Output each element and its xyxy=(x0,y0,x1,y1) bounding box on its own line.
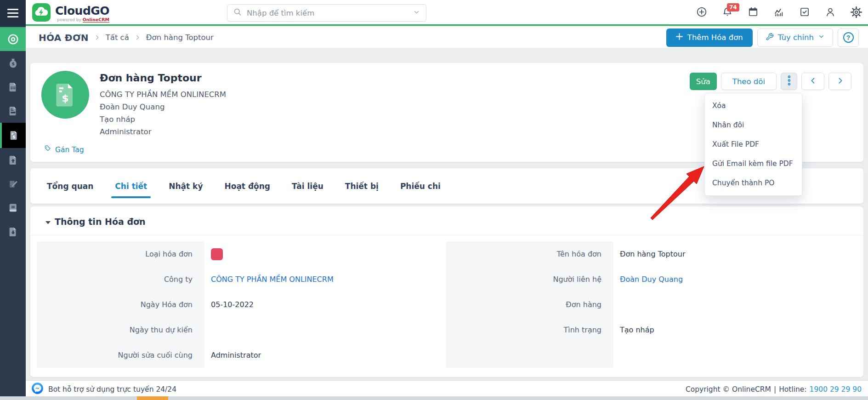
book-icon xyxy=(8,203,18,213)
user-icon xyxy=(825,6,836,19)
file-download-icon xyxy=(8,227,18,237)
chevron-down-icon xyxy=(818,33,825,42)
previous-record-button[interactable] xyxy=(801,73,824,90)
topbar-icons: 74 xyxy=(696,0,862,26)
tab-5[interactable]: Thiết bị xyxy=(345,182,379,191)
notification-badge: 74 xyxy=(727,3,739,11)
field-label: Tình trạng xyxy=(446,326,613,334)
brand-powered-by: powered by OnlineCRM xyxy=(57,17,109,22)
plus-icon xyxy=(676,33,683,42)
detail-row: Tình trạngTạo nháp xyxy=(446,317,857,343)
menu-item-2[interactable]: Xuất File PDF xyxy=(705,135,802,154)
detail-row: Công tyCÔNG TY PHẦN MỀM ONLINECRM xyxy=(37,267,444,292)
next-record-button[interactable] xyxy=(828,73,851,90)
target-icon xyxy=(7,33,19,46)
tab-6[interactable]: Phiếu chi xyxy=(400,182,441,191)
money-bag-icon: $ xyxy=(8,58,18,69)
details-pane-left: Loại hóa đơnCông tyCÔNG TY PHẦN MỀM ONLI… xyxy=(37,241,444,368)
assign-tag-button[interactable]: Gán Tag xyxy=(44,145,84,154)
tab-0[interactable]: Tổng quan xyxy=(47,182,93,191)
chart-button[interactable] xyxy=(773,7,784,18)
sidebar-item-money-bag[interactable]: $ xyxy=(0,51,26,75)
chevron-right-icon xyxy=(94,34,101,41)
field-label: Tên hóa đơn xyxy=(446,250,613,258)
file-upload-icon xyxy=(8,155,18,166)
sidebar-item-book[interactable] xyxy=(0,196,26,220)
record-actions-dropdown: XóaNhân đôiXuất File PDFGửi Email kèm fi… xyxy=(704,93,802,196)
global-search xyxy=(227,4,426,22)
sidebar-item-invoice-dollar[interactable]: $ xyxy=(0,123,26,148)
cloudgo-logo-icon xyxy=(32,3,51,23)
sidebar-item-file-upload[interactable] xyxy=(0,148,26,172)
sidebar-item-invoice-grid[interactable] xyxy=(0,75,26,99)
sidebar-item-file-download[interactable] xyxy=(0,220,26,244)
record-contact: Đoàn Duy Quang xyxy=(100,101,226,113)
field-value: Administrator xyxy=(204,351,261,360)
menu-item-4[interactable]: Chuyển thành PO xyxy=(705,173,802,193)
support-bot-launcher[interactable]: Bot hỗ trợ sử dụng trực tuyến 24/24 xyxy=(31,382,176,396)
menu-item-3[interactable]: Gửi Email kèm file PDF xyxy=(705,154,802,173)
breadcrumb-item-current: Đơn hàng Toptour xyxy=(146,33,214,42)
details-pane-right: Tên hóa đơnĐơn hàng ToptourNgười liên hệ… xyxy=(446,241,857,368)
field-label: Người sửa cuối cùng xyxy=(37,351,204,360)
color-swatch xyxy=(211,248,223,260)
tab-4[interactable]: Tài liệu xyxy=(292,182,323,191)
plus-circle-icon xyxy=(696,6,707,19)
app-window: $$ CloudGO powered by OnlineCRM 74 HÓA Đ… xyxy=(0,0,868,400)
horizontal-scrollbar[interactable] xyxy=(0,396,868,400)
chart-icon xyxy=(773,6,784,19)
more-actions-button[interactable] xyxy=(781,73,797,90)
user-button[interactable] xyxy=(825,7,836,18)
sidebar-item-file-sign[interactable] xyxy=(0,172,26,196)
help-button[interactable]: ? xyxy=(838,29,859,47)
hotline-number[interactable]: 1900 29 29 90 xyxy=(810,385,862,394)
wrench-icon xyxy=(766,33,774,43)
sidebar-item-receipt[interactable] xyxy=(0,99,26,123)
calendar-button[interactable] xyxy=(748,7,759,18)
edit-button[interactable]: Sửa xyxy=(690,73,717,90)
divider xyxy=(30,235,863,235)
sidebar: $$ xyxy=(0,0,26,396)
sidebar-item-target[interactable] xyxy=(0,27,26,51)
chevron-left-icon xyxy=(809,76,817,87)
copyright-text: Copyright © OnlineCRM xyxy=(686,385,771,394)
field-value xyxy=(204,248,223,260)
kebab-vertical-dots-icon xyxy=(788,75,791,88)
field-value[interactable]: CÔNG TY PHẦN MỀM ONLINECRM xyxy=(204,275,334,284)
search-scope-chevron-down-icon[interactable] xyxy=(413,8,420,18)
question-mark-icon: ? xyxy=(843,32,854,43)
record-title: Đơn hàng Toptour xyxy=(100,72,226,84)
bell-button[interactable]: 74 xyxy=(722,7,733,18)
record-owner: Administrator xyxy=(100,126,226,138)
tab-3[interactable]: Hoạt động xyxy=(224,182,270,191)
field-label: Ngày Hóa đơn xyxy=(37,300,204,309)
section-title: Thông tin Hóa đơn xyxy=(55,217,146,227)
detail-row: Đơn hàng xyxy=(446,292,857,317)
detail-row: Ngày Hóa đơn05-10-2022 xyxy=(37,292,444,317)
section-header[interactable]: Thông tin Hóa đơn xyxy=(45,217,146,227)
follow-button[interactable]: Theo dõi xyxy=(721,73,777,90)
menu-item-1[interactable]: Nhân đôi xyxy=(705,115,802,135)
svg-text:$: $ xyxy=(62,92,68,104)
file-sign-icon xyxy=(8,179,18,189)
breadcrumb-row: HÓA ĐƠN Tất cả Đơn hàng Toptour Thêm Hóa… xyxy=(26,27,868,48)
chevron-right-icon xyxy=(836,76,845,87)
customize-button[interactable]: Tùy chỉnh xyxy=(757,29,833,47)
field-value[interactable]: Đoàn Duy Quang xyxy=(613,275,683,284)
scrollbar-thumb[interactable] xyxy=(137,396,168,400)
tab-1[interactable]: Chi tiết xyxy=(115,182,147,191)
detail-row: Người liên hệĐoàn Duy Quang xyxy=(446,267,857,292)
gear-button[interactable] xyxy=(851,7,862,18)
search-input[interactable] xyxy=(247,9,408,17)
detail-row: Ngày thu dự kiến xyxy=(37,317,444,343)
detail-row: Tên hóa đơnĐơn hàng Toptour xyxy=(446,241,857,267)
menu-item-0[interactable]: Xóa xyxy=(705,96,802,115)
tab-2[interactable]: Nhật ký xyxy=(169,182,203,191)
add-invoice-button[interactable]: Thêm Hóa đơn xyxy=(666,29,753,47)
hamburger-menu-button[interactable] xyxy=(0,0,26,26)
tasks-button[interactable] xyxy=(799,7,810,18)
app-logo[interactable]: CloudGO powered by OnlineCRM xyxy=(32,3,109,23)
plus-circle-button[interactable] xyxy=(696,7,707,18)
record-status: Tạo nháp xyxy=(100,113,226,126)
breadcrumb-item-all[interactable]: Tất cả xyxy=(106,33,129,42)
